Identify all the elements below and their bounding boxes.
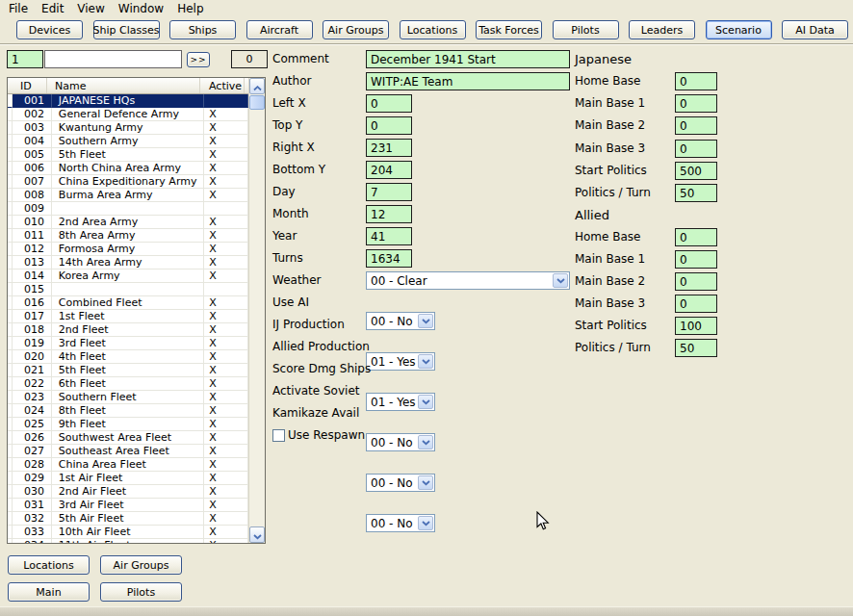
go-button[interactable]: >>: [187, 52, 210, 67]
use-ai-select[interactable]: 00 - No: [366, 312, 435, 330]
chevron-down-icon[interactable]: [418, 435, 433, 449]
table-row[interactable]: 0248th FleetX: [8, 404, 248, 418]
nav-button-air-groups[interactable]: Air Groups: [100, 555, 182, 575]
chevron-down-icon[interactable]: [553, 273, 568, 288]
scroll-up-button[interactable]: [249, 78, 265, 94]
japanese-start-politics-field[interactable]: 500: [675, 162, 717, 180]
nav-button-pilots[interactable]: Pilots: [100, 582, 182, 602]
japanese-main-base-3-field[interactable]: 0: [675, 140, 717, 158]
table-row[interactable]: 0215th FleetX: [8, 364, 248, 377]
column-header-name[interactable]: Name: [47, 78, 200, 93]
table-row[interactable]: 0291st Air FleetX: [8, 472, 248, 485]
table-row[interactable]: 004Southern ArmyX: [8, 135, 248, 148]
toolbar-button-ship-classes[interactable]: Ship Classes: [93, 20, 160, 39]
allied-production-select[interactable]: 01 - Yes: [366, 393, 435, 411]
table-row[interactable]: 0204th FleetX: [8, 350, 248, 364]
menu-edit[interactable]: Edit: [35, 1, 70, 16]
allied-main-base-3-field[interactable]: 0: [675, 295, 717, 313]
bottom-y-field[interactable]: 204: [366, 161, 412, 179]
table-row[interactable]: 03310th Air FleetX: [8, 526, 248, 539]
table-row[interactable]: 006North China Area ArmyX: [8, 162, 248, 175]
table-row[interactable]: 008Burma Area ArmyX: [8, 189, 248, 202]
score-dmg-ships-select[interactable]: 00 - No: [366, 433, 435, 451]
table-row[interactable]: 01314th Area ArmyX: [8, 256, 248, 270]
allied-main-base-1-field[interactable]: 0: [675, 250, 717, 269]
activate-soviet-select[interactable]: 00 - No: [366, 474, 435, 492]
table-scrollbar[interactable]: [248, 78, 265, 543]
record-index-input[interactable]: 1: [7, 50, 43, 68]
author-field[interactable]: WITP:AE Team: [366, 72, 570, 90]
column-header-id[interactable]: ID: [8, 78, 47, 93]
toolbar-button-task-forces[interactable]: Task Forces: [476, 20, 542, 39]
japanese-politics-turn-field[interactable]: 50: [675, 184, 717, 202]
day-field[interactable]: 7: [366, 183, 412, 201]
toolbar-button-ai-data[interactable]: AI Data: [782, 20, 848, 39]
table-row[interactable]: 0118th Area ArmyX: [8, 229, 248, 243]
ij-production-select[interactable]: 01 - Yes: [366, 352, 435, 371]
table-row[interactable]: 012Formosa ArmyX: [8, 243, 248, 256]
table-row[interactable]: 015: [8, 283, 248, 296]
chevron-down-icon[interactable]: [418, 314, 433, 328]
table-row[interactable]: 0193rd FleetX: [8, 337, 248, 350]
toolbar-button-scenario[interactable]: Scenario: [706, 20, 772, 39]
year-field[interactable]: 41: [366, 227, 412, 245]
table-row[interactable]: 0259th FleetX: [8, 418, 248, 431]
table-row[interactable]: 003Kwantung ArmyX: [8, 121, 248, 135]
table-row[interactable]: 0302nd Air FleetX: [8, 485, 248, 499]
top-y-field[interactable]: 0: [366, 116, 412, 135]
chevron-down-icon[interactable]: [418, 516, 433, 530]
right-x-field[interactable]: 231: [366, 139, 412, 157]
menu-file[interactable]: File: [2, 1, 35, 16]
allied-home-base-field[interactable]: 0: [675, 228, 717, 246]
table-row[interactable]: 016Combined FleetX: [8, 296, 248, 310]
left-x-field[interactable]: 0: [366, 94, 412, 113]
weather-select[interactable]: 00 - Clear: [366, 271, 570, 290]
table-row[interactable]: 0055th FleetX: [8, 148, 248, 162]
table-row[interactable]: 001JAPANESE HQs: [8, 94, 248, 108]
table-row[interactable]: 0313rd Air FleetX: [8, 499, 248, 512]
table-row[interactable]: 014Korea ArmyX: [8, 270, 248, 283]
table-row[interactable]: 009: [8, 202, 248, 216]
toolbar-button-devices[interactable]: Devices: [16, 20, 83, 39]
table-row[interactable]: 03411th Air FleetX: [8, 539, 248, 543]
allied-main-base-2-field[interactable]: 0: [675, 272, 717, 291]
toolbar-button-ships[interactable]: Ships: [169, 20, 236, 39]
scroll-down-button[interactable]: [249, 526, 265, 543]
kamikaze-avail-select[interactable]: 00 - No: [366, 514, 435, 532]
month-field[interactable]: 12: [366, 205, 412, 223]
table-row[interactable]: 028China Area FleetX: [8, 458, 248, 472]
menu-help[interactable]: Help: [170, 1, 210, 16]
table-row[interactable]: 0171st FleetX: [8, 310, 248, 323]
comment-field[interactable]: December 1941 Start: [366, 50, 570, 68]
toolbar-button-air-groups[interactable]: Air Groups: [323, 20, 389, 39]
use-respawn-checkbox[interactable]: [272, 429, 285, 442]
search-input[interactable]: [44, 50, 182, 68]
toolbar-button-pilots[interactable]: Pilots: [553, 20, 619, 39]
allied-start-politics-field[interactable]: 100: [675, 317, 717, 335]
chevron-down-icon[interactable]: [418, 475, 433, 490]
toolbar-button-leaders[interactable]: Leaders: [629, 20, 695, 39]
scrollbar-thumb[interactable]: [249, 95, 265, 110]
menu-view[interactable]: View: [70, 1, 111, 16]
allied-politics-turn-field[interactable]: 50: [675, 339, 717, 357]
menu-window[interactable]: Window: [112, 1, 170, 16]
chevron-down-icon[interactable]: [418, 395, 433, 409]
table-row[interactable]: 0182nd FleetX: [8, 323, 248, 337]
table-row[interactable]: 0226th FleetX: [8, 377, 248, 391]
japanese-main-base-1-field[interactable]: 0: [675, 94, 717, 113]
turns-field[interactable]: 1634: [366, 249, 412, 268]
nav-button-locations[interactable]: Locations: [8, 555, 90, 575]
japanese-main-base-2-field[interactable]: 0: [675, 116, 717, 135]
japanese-home-base-field[interactable]: 0: [675, 72, 717, 90]
table-row[interactable]: 026Southwest Area FleetX: [8, 431, 248, 445]
toolbar-button-aircraft[interactable]: Aircraft: [246, 20, 313, 39]
toolbar-button-locations[interactable]: Locations: [400, 20, 466, 39]
table-row[interactable]: 007China Expeditionary ArmyX: [8, 175, 248, 189]
table-row[interactable]: 023Southern FleetX: [8, 391, 248, 404]
column-header-active[interactable]: Active: [200, 78, 245, 93]
nav-button-main[interactable]: Main: [8, 582, 90, 602]
table-row[interactable]: 0102nd Area ArmyX: [8, 216, 248, 229]
table-row[interactable]: 002General Defence ArmyX: [8, 108, 248, 121]
table-row[interactable]: 027Southeast Area FleetX: [8, 445, 248, 458]
chevron-down-icon[interactable]: [418, 354, 433, 369]
